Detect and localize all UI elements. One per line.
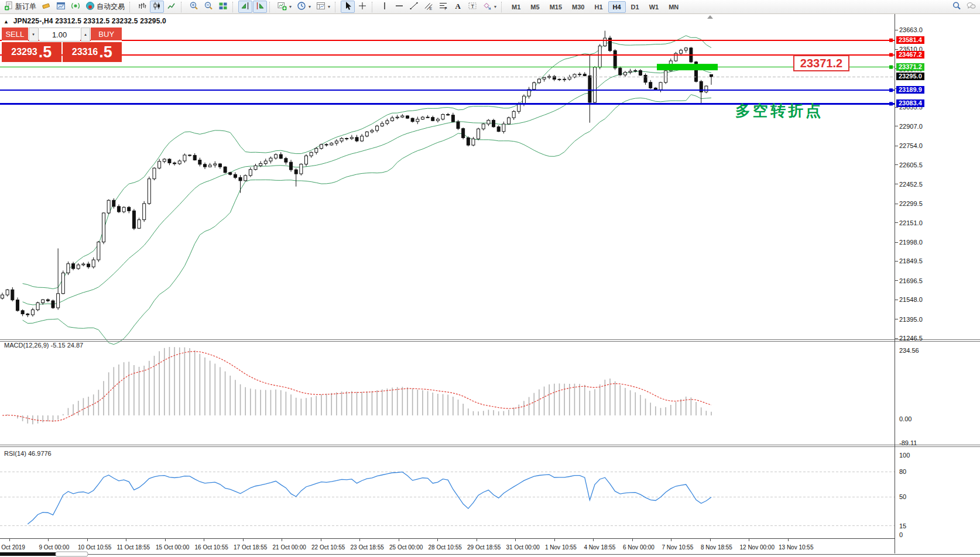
channel-icon: E	[424, 1, 433, 12]
buy-price-main: 23316	[72, 47, 98, 57]
new-order-button[interactable]: 新订单	[2, 1, 39, 13]
templates-icon	[316, 1, 325, 12]
trendline-icon	[409, 1, 419, 12]
chart-shift-button[interactable]	[238, 1, 252, 13]
templates-button[interactable]: ▾	[314, 1, 333, 13]
auto-scroll-icon	[255, 1, 265, 12]
trendline-button[interactable]	[407, 1, 421, 13]
timeframe-d1[interactable]: D1	[626, 1, 644, 13]
vertical-line-button[interactable]	[378, 1, 392, 13]
price-chart-canvas	[0, 14, 980, 557]
shapes-button[interactable]: ▾	[480, 1, 499, 13]
rsi-name: RSI(14)	[4, 450, 26, 457]
add-indicator-button[interactable]: ▾	[275, 1, 294, 13]
eraser-button[interactable]	[39, 1, 53, 13]
vertical-line-icon	[380, 1, 389, 12]
zoom-in-icon	[189, 1, 198, 12]
label-button[interactable]: T	[465, 1, 479, 13]
buy-price[interactable]: 23316 .5	[63, 42, 122, 62]
periods-icon	[297, 1, 306, 12]
zoom-out-icon	[204, 1, 213, 12]
search-button[interactable]	[950, 1, 964, 13]
buy-button[interactable]: BUY	[91, 27, 122, 42]
chart-shift-icon	[241, 1, 250, 12]
signal-button[interactable]	[68, 1, 83, 13]
one-click-trading-panel: SELL ▾ ▴ BUY 23293 .5 23316 .5	[2, 27, 122, 62]
trading-terminal-window: 新订单自动交易▾▾▾EFAT▾M1M5M15M30H1H4D1W1MN ▲ JP…	[0, 0, 980, 557]
autotrading-button[interactable]: 自动交易	[83, 1, 127, 13]
line-chart-button[interactable]	[165, 1, 179, 13]
cursor-button[interactable]	[341, 1, 355, 13]
horizontal-line-icon	[395, 1, 404, 12]
timeframe-h1[interactable]: H1	[590, 1, 607, 13]
chevron-down-icon[interactable]: ▾	[309, 4, 311, 9]
volume-decrease-button[interactable]: ▾	[29, 27, 39, 42]
shapes-icon	[482, 1, 492, 12]
bar-chart-button[interactable]	[135, 1, 149, 13]
zoom-out-button[interactable]	[201, 1, 215, 13]
timeframe-h4[interactable]: H4	[608, 1, 626, 13]
horizontal-line-button[interactable]	[392, 1, 406, 13]
volume-input[interactable]	[39, 27, 80, 42]
new-order-icon	[4, 1, 13, 12]
toolbar-separator	[372, 2, 375, 12]
search-icon	[952, 1, 961, 12]
tile-windows-icon	[218, 1, 228, 12]
periods-button[interactable]: ▾	[294, 1, 313, 13]
tile-windows-button[interactable]	[216, 1, 230, 13]
chart-ohlc: 23312.5 23312.5 23232.5 23295.0	[55, 17, 166, 25]
candlestick-icon	[152, 1, 162, 12]
svg-text:E: E	[430, 6, 433, 11]
timeframe-m1[interactable]: M1	[507, 1, 525, 13]
toolbar-button-label: 新订单	[15, 2, 36, 12]
text-icon: A	[453, 1, 462, 12]
sell-price-main: 23293	[11, 47, 37, 57]
rsi-value: 46.9776	[28, 450, 52, 457]
auto-scroll-button[interactable]	[253, 1, 267, 13]
chart-symbol: JPN225-,H4	[13, 17, 53, 25]
fibonacci-icon: F	[438, 1, 448, 12]
toolbar-separator	[232, 2, 235, 12]
chart-title: ▲ JPN225-,H4 23312.5 23312.5 23232.5 232…	[4, 17, 166, 25]
chevron-down-icon[interactable]: ▾	[494, 4, 496, 9]
zoom-in-button[interactable]	[187, 1, 201, 13]
chat-button[interactable]	[964, 1, 978, 13]
sell-price[interactable]: 23293 .5	[2, 42, 61, 62]
crosshair-icon	[358, 1, 367, 12]
toolbar-separator	[501, 2, 504, 12]
candlestick-button[interactable]	[150, 1, 164, 13]
macd-main-value: -5.15	[50, 342, 65, 349]
channel-button[interactable]: E	[422, 1, 436, 13]
signal-icon	[71, 1, 80, 12]
timeframe-m5[interactable]: M5	[526, 1, 544, 13]
toolbar-separator	[181, 2, 184, 12]
price-callout: 23371.2	[793, 55, 849, 71]
eraser-icon	[42, 1, 51, 12]
cursor-icon	[343, 1, 352, 12]
charts-button[interactable]	[54, 1, 68, 13]
timeframe-m15[interactable]: M15	[545, 1, 567, 13]
timeframe-mn[interactable]: MN	[664, 1, 683, 13]
timeframe-w1[interactable]: W1	[645, 1, 664, 13]
bar-chart-icon	[138, 1, 147, 12]
volume-increase-button[interactable]: ▴	[81, 27, 91, 42]
macd-indicator-label: MACD(12,26,9) -5.15 24.87	[4, 342, 83, 349]
crosshair-button[interactable]	[355, 1, 369, 13]
svg-text:A: A	[455, 2, 461, 11]
charts-icon	[56, 1, 66, 12]
symbol-collapse-icon[interactable]: ▲	[4, 19, 9, 25]
chevron-down-icon[interactable]: ▾	[289, 4, 292, 9]
chevron-down-icon[interactable]: ▾	[328, 4, 330, 9]
chat-icon	[967, 1, 976, 12]
fibonacci-button[interactable]: F	[436, 1, 450, 13]
toolbar-separator	[269, 2, 272, 12]
toolbar-separator	[129, 2, 132, 12]
timeframe-m30[interactable]: M30	[567, 1, 589, 13]
text-button[interactable]: A	[451, 1, 465, 13]
sell-button[interactable]: SELL	[2, 27, 28, 42]
macd-name: MACD(12,26,9)	[4, 342, 49, 349]
toolbar-button-label: 自动交易	[97, 2, 125, 12]
toolbar: 新订单自动交易▾▾▾EFAT▾M1M5M15M30H1H4D1W1MN	[0, 0, 980, 14]
svg-text:F: F	[445, 6, 447, 11]
svg-text:T: T	[471, 4, 475, 9]
